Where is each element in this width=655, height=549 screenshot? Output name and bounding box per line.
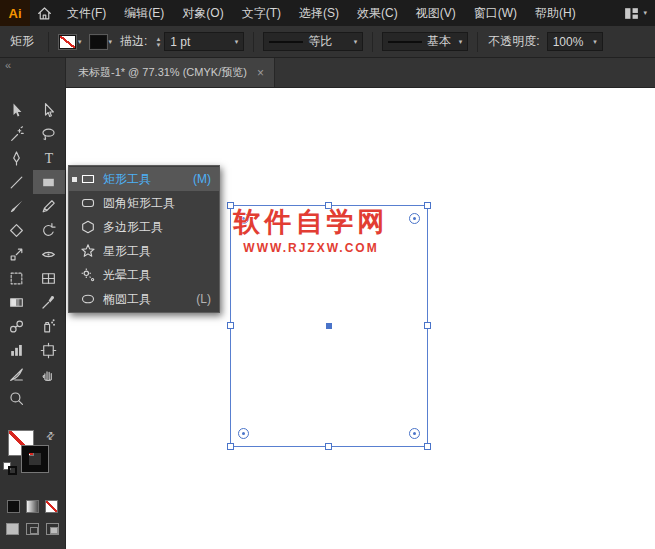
rounded-rectangle-icon <box>80 195 96 211</box>
fill-color-control[interactable]: ▾ <box>59 35 82 49</box>
center-point[interactable] <box>326 323 332 329</box>
default-fill-stroke-icon[interactable] <box>3 462 18 475</box>
gradient-button[interactable] <box>26 500 39 513</box>
lasso-tool[interactable] <box>33 122 65 146</box>
width-tool[interactable] <box>33 242 65 266</box>
canvas[interactable]: 软件自学网 WWW.RJZXW.COM <box>66 88 655 549</box>
opacity-value[interactable]: 100% ▾ <box>547 32 603 51</box>
star-icon <box>80 243 96 259</box>
separator <box>253 32 254 52</box>
separator <box>48 32 49 52</box>
flyout-item-label: 矩形工具 <box>103 171 151 188</box>
symbol-sprayer-tool[interactable] <box>33 314 65 338</box>
free-transform-tool[interactable] <box>1 266 33 290</box>
none-button[interactable] <box>45 500 58 513</box>
selected-rectangle[interactable] <box>230 205 428 447</box>
stroke-swatch[interactable] <box>22 446 48 472</box>
app-logo[interactable]: Ai <box>0 0 30 26</box>
rectangle-tool[interactable] <box>33 170 65 194</box>
flyout-item-star-tool[interactable]: 星形工具 <box>69 239 219 263</box>
menu-view[interactable]: 视图(V) <box>407 0 465 26</box>
paintbrush-tool[interactable] <box>1 194 33 218</box>
stroke-color-swatch <box>90 35 107 49</box>
home-icon[interactable] <box>30 0 58 26</box>
handle-middle-left[interactable] <box>227 322 234 329</box>
menu-bar: Ai 文件(F) 编辑(E) 对象(O) 文字(T) 选择(S) 效果(C) 视… <box>0 0 655 26</box>
shaper-tool[interactable] <box>1 218 33 242</box>
handle-top-right[interactable] <box>424 202 431 209</box>
pencil-tool[interactable] <box>33 194 65 218</box>
profile-text: 等比 <box>308 33 332 50</box>
zoom-tool[interactable] <box>1 386 33 410</box>
graph-tool[interactable] <box>1 338 33 362</box>
brush-select[interactable]: 基本 ▾ <box>382 32 468 51</box>
menu-select[interactable]: 选择(S) <box>290 0 348 26</box>
direct-selection-tool[interactable] <box>33 98 65 122</box>
tab-close-icon[interactable]: × <box>257 66 264 80</box>
swap-fill-stroke-icon[interactable]: ⇄ <box>43 429 57 443</box>
handle-bottom-left[interactable] <box>227 443 234 450</box>
menu-object[interactable]: 对象(O) <box>173 0 232 26</box>
tool-context-label: 矩形 <box>10 33 34 50</box>
eyedropper-tool[interactable] <box>33 290 65 314</box>
current-tool-marker <box>72 177 77 182</box>
stroke-color-control[interactable]: ▾ <box>90 35 113 49</box>
fill-stroke-controls: ⇄ <box>0 430 65 478</box>
line-tool[interactable] <box>1 170 33 194</box>
hand-tool[interactable] <box>33 362 65 386</box>
flyout-item-label: 圆角矩形工具 <box>103 195 175 212</box>
document-tab[interactable]: 未标题-1* @ 77.31% (CMYK/预览) × <box>66 58 275 87</box>
color-button[interactable] <box>7 500 20 513</box>
default-stroke-icon <box>8 466 17 475</box>
slice-tool[interactable] <box>1 362 33 386</box>
draw-mode-buttons <box>0 523 65 535</box>
selection-tool[interactable] <box>1 98 33 122</box>
step-down-icon[interactable]: ▼ <box>155 42 161 48</box>
menu-edit[interactable]: 编辑(E) <box>115 0 173 26</box>
flyout-item-rounded-rectangle-tool[interactable]: 圆角矩形工具 <box>69 191 219 215</box>
pen-tool[interactable] <box>1 146 33 170</box>
flyout-item-polygon-tool[interactable]: 多边形工具 <box>69 215 219 239</box>
flyout-item-shortcut: (L) <box>196 292 211 306</box>
draw-normal-button[interactable] <box>6 523 19 535</box>
stroke-weight-value[interactable]: 1 pt ▾ <box>164 32 244 51</box>
flyout-item-rectangle-tool[interactable]: 矩形工具 (M) <box>69 167 219 191</box>
scale-tool[interactable] <box>1 242 33 266</box>
workspace-switcher[interactable]: ▾ <box>623 0 647 26</box>
tool-grid: T <box>0 98 65 410</box>
handle-bottom-right[interactable] <box>424 443 431 450</box>
empty-cell <box>33 386 65 410</box>
stroke-weight-stepper[interactable]: ▲▼ <box>155 36 161 48</box>
corner-widget-bottom-right[interactable] <box>409 428 420 439</box>
corner-widget-bottom-left[interactable] <box>238 428 249 439</box>
paint-mode-buttons <box>0 500 65 513</box>
magic-wand-tool[interactable] <box>1 122 33 146</box>
stroke-profile-select[interactable]: 等比 ▾ <box>263 32 363 51</box>
artboard-tool[interactable] <box>33 338 65 362</box>
blend-tool[interactable] <box>1 314 33 338</box>
flyout-item-flare-tool[interactable]: 光晕工具 <box>69 263 219 287</box>
mesh-tool[interactable] <box>33 266 65 290</box>
gradient-tool[interactable] <box>1 290 33 314</box>
draw-inside-button[interactable] <box>46 523 59 535</box>
rotate-tool[interactable] <box>33 218 65 242</box>
type-tool[interactable]: T <box>33 146 65 170</box>
corner-widget-top-left[interactable] <box>238 213 249 224</box>
menu-help[interactable]: 帮助(H) <box>526 0 585 26</box>
menu-file[interactable]: 文件(F) <box>58 0 115 26</box>
flyout-item-label: 多边形工具 <box>103 219 163 236</box>
handle-top-left[interactable] <box>227 202 234 209</box>
handle-bottom-center[interactable] <box>325 443 332 450</box>
menu-type[interactable]: 文字(T) <box>233 0 290 26</box>
draw-behind-button[interactable] <box>26 523 39 535</box>
handle-middle-right[interactable] <box>424 322 431 329</box>
stroke-weight-text: 1 pt <box>170 35 190 49</box>
menu-effect[interactable]: 效果(C) <box>348 0 407 26</box>
corner-widget-top-right[interactable] <box>409 213 420 224</box>
flyout-item-ellipse-tool[interactable]: 椭圆工具 (L) <box>69 287 219 311</box>
ellipse-icon <box>80 291 96 307</box>
handle-top-center[interactable] <box>325 202 332 209</box>
panel-collapse-icon[interactable]: « <box>0 58 65 74</box>
menu-window[interactable]: 窗口(W) <box>465 0 526 26</box>
flyout-item-label: 光晕工具 <box>103 267 151 284</box>
